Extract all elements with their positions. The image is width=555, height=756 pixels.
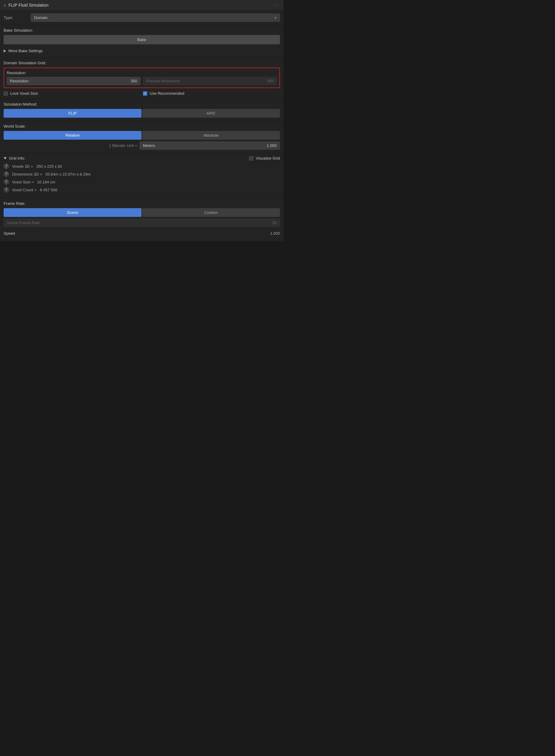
- lock-voxel-group[interactable]: Lock Voxel Size: [4, 91, 140, 96]
- type-label: Type:: [4, 15, 28, 20]
- bake-button[interactable]: Bake: [4, 35, 280, 44]
- simulation-method-label: Simulation Method:: [4, 102, 280, 107]
- more-bake-settings[interactable]: More Bake Settings: [4, 47, 280, 54]
- speed-label: Speed: [4, 231, 15, 236]
- resolution-box: Resolution: Resolution 350 Preview Resol…: [4, 68, 280, 88]
- world-scale-label: World Scale:: [4, 124, 280, 128]
- speed-value: 1.000: [270, 231, 280, 236]
- frame-rate-toggle: Scene Custom: [4, 208, 280, 217]
- relative-button[interactable]: Relative: [4, 131, 141, 140]
- voxels-row: ? Voxels 3D = 350 x 225 x 82: [4, 164, 280, 169]
- frame-rate-label: Frame Rate:: [4, 201, 280, 206]
- bake-label: Bake Simulation:: [4, 28, 280, 33]
- type-row: Type: Domain ∨: [4, 13, 280, 22]
- dimensions-row: ? Dimensions 3D = 35.64m x 22.87m x 8.29…: [4, 171, 280, 177]
- type-section: Type: Domain ∨: [0, 10, 284, 25]
- voxel-size-info: Voxel Size = 10.184 cm: [12, 180, 55, 184]
- resolution-row: Resolution 350 Preview Resolution 350: [7, 77, 277, 85]
- voxels-info: Voxels 3D = 350 x 225 x 82: [12, 164, 62, 169]
- panel-header-left: ∨ FLIP Fluid Simulation: [4, 3, 49, 7]
- meters-field[interactable]: Meters 1.000: [140, 141, 280, 150]
- preview-resolution-label: Preview Resolution: [146, 79, 180, 83]
- triangle-down-icon: [4, 157, 7, 160]
- visualize-grid-checkbox[interactable]: [249, 156, 253, 161]
- flip-button[interactable]: FLIP: [4, 109, 141, 118]
- visualize-grid-group[interactable]: Visualize Grid: [249, 156, 280, 161]
- grid-info-header: Grid Info: Visualize Grid: [4, 156, 280, 161]
- simulation-method-section: Simulation Method: FLIP APIC: [0, 99, 284, 121]
- frame-rate-section: Frame Rate: Scene Custom Scene Frame Rat…: [0, 198, 284, 241]
- domain-grid-label: Domain Simulation Grid:: [4, 60, 280, 65]
- resolution-left: Resolution 350: [7, 77, 140, 85]
- scene-frame-rate-label: Scene Frame Rate: [7, 220, 40, 225]
- preview-resolution-value: 350: [267, 79, 273, 83]
- use-recommended-group[interactable]: ✓ Use Recommended: [143, 91, 280, 96]
- collapse-icon[interactable]: ∨: [4, 3, 6, 7]
- scene-button[interactable]: Scene: [4, 208, 141, 217]
- use-recommended-checkbox[interactable]: ✓: [143, 91, 147, 96]
- voxel-size-row: ? Voxel Size = 10.184 cm: [4, 179, 280, 184]
- dimensions-help-icon[interactable]: ?: [4, 171, 9, 177]
- triangle-right-icon: [4, 49, 6, 52]
- domain-grid-section: Domain Simulation Grid: Resolution: Reso…: [0, 57, 284, 99]
- voxel-count-row: ? Voxel Count = 6 457 500: [4, 187, 280, 193]
- resolution-field-value: 350: [131, 79, 137, 83]
- resolution-sublabel: Resolution:: [7, 71, 277, 75]
- custom-button[interactable]: Custom: [142, 208, 280, 217]
- grid-info-left: Grid Info:: [4, 156, 25, 161]
- more-bake-row: More Bake Settings: [4, 47, 280, 54]
- meters-value: 1.000: [267, 143, 276, 148]
- preview-resolution-right: Preview Resolution 350: [143, 77, 277, 85]
- panel-title: FLIP Fluid Simulation: [8, 3, 49, 7]
- resolution-field[interactable]: Resolution 350: [7, 77, 140, 85]
- resolution-field-label: Resolution: [10, 79, 28, 83]
- voxel-options-row: Lock Voxel Size ✓ Use Recommended: [4, 91, 280, 96]
- blender-unit-row: 1 Blender Unit = Meters 1.000: [4, 141, 280, 150]
- blender-unit-label: 1 Blender Unit =: [4, 143, 137, 148]
- grid-info-label: Grid Info:: [9, 156, 25, 161]
- use-recommended-label: Use Recommended: [150, 91, 184, 96]
- simulation-method-toggle: FLIP APIC: [4, 109, 280, 118]
- apic-button[interactable]: APIC: [142, 109, 280, 118]
- options-icon[interactable]: ···: [274, 2, 280, 8]
- visualize-grid-label: Visualize Grid: [256, 156, 280, 161]
- dimensions-info: Dimensions 3D = 35.64m x 22.87m x 8.29m: [12, 172, 91, 176]
- world-scale-section: World Scale: Relative Absolute 1 Blender…: [0, 121, 284, 153]
- more-bake-label: More Bake Settings: [8, 49, 43, 53]
- dropdown-arrow-icon: ∨: [274, 16, 276, 19]
- voxel-count-help-icon[interactable]: ?: [4, 187, 9, 193]
- meters-label: Meters: [143, 143, 155, 148]
- bake-section: Bake Simulation: Bake More Bake Settings: [0, 25, 284, 57]
- scene-frame-rate-field: Scene Frame Rate 30: [4, 219, 280, 227]
- grid-info-section: Grid Info: Visualize Grid ? Voxels 3D = …: [0, 153, 284, 198]
- speed-row: Speed 1.000: [4, 229, 280, 238]
- scene-frame-rate-value: 30: [272, 220, 276, 225]
- type-dropdown[interactable]: Domain ∨: [31, 13, 280, 22]
- lock-voxel-label: Lock Voxel Size: [10, 91, 38, 96]
- voxel-size-help-icon[interactable]: ?: [4, 179, 9, 184]
- type-dropdown-value: Domain: [34, 15, 48, 20]
- panel-header: ∨ FLIP Fluid Simulation ···: [0, 0, 284, 10]
- absolute-button[interactable]: Absolute: [142, 131, 280, 140]
- world-scale-toggle: Relative Absolute: [4, 131, 280, 140]
- preview-resolution-field[interactable]: Preview Resolution 350: [143, 77, 277, 85]
- voxels-help-icon[interactable]: ?: [4, 164, 9, 169]
- voxel-count-info: Voxel Count = 6 457 500: [12, 187, 57, 192]
- flip-fluid-panel: ∨ FLIP Fluid Simulation ··· Type: Domain…: [0, 0, 284, 241]
- lock-voxel-checkbox[interactable]: [4, 91, 8, 96]
